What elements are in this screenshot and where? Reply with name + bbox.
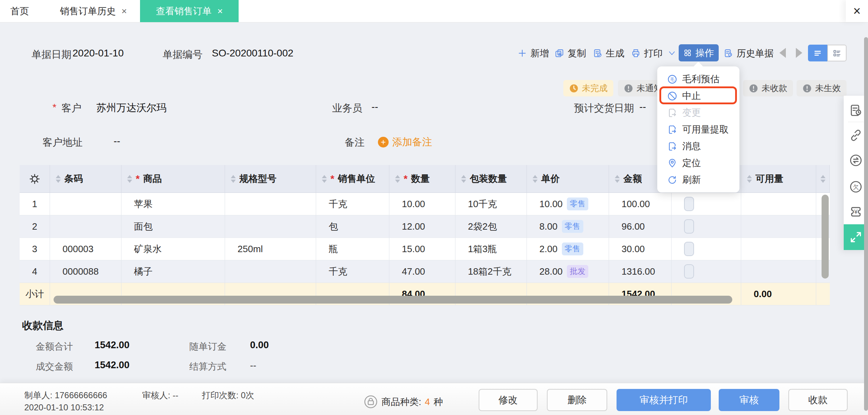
product-cell: 苹果 xyxy=(121,193,225,215)
debt-circle-icon: 欠 xyxy=(849,180,863,194)
customer-value[interactable]: 苏州万达沃尔玛 xyxy=(96,101,166,115)
doc-date-value: 2020-01-10 xyxy=(73,48,124,59)
sort-icon[interactable] xyxy=(395,175,400,183)
audit-button[interactable]: 审核 xyxy=(719,389,779,411)
sort-icon[interactable] xyxy=(127,175,132,183)
table-row[interactable]: 3 000003 矿泉水 250ml 瓶 15.00 1箱3瓶 2.00零售 3… xyxy=(20,238,830,260)
tab-sales-order-history[interactable]: 销售订单历史 × xyxy=(60,0,127,22)
transfer-button[interactable] xyxy=(849,154,863,167)
close-icon[interactable]: × xyxy=(846,0,868,22)
plus-icon xyxy=(518,49,527,58)
column-header-product[interactable]: *商品 xyxy=(121,165,225,193)
column-header-qty[interactable]: *数量 xyxy=(389,165,455,193)
horizontal-scrollbar[interactable] xyxy=(54,296,732,304)
exclamation-icon xyxy=(802,84,812,93)
divider xyxy=(848,122,864,122)
row-number: 4 xyxy=(20,260,50,283)
link-icon xyxy=(849,129,863,142)
tab-close-icon[interactable]: × xyxy=(217,6,223,16)
action-button[interactable]: 操作 xyxy=(679,44,719,61)
print-dropdown-button[interactable] xyxy=(668,45,676,61)
modify-button[interactable]: 修改 xyxy=(479,389,538,411)
add-button[interactable]: 新增 xyxy=(518,45,549,61)
prev-doc-icon[interactable] xyxy=(779,48,786,58)
menu-item-message[interactable]: 消息 xyxy=(657,138,739,155)
column-header-available[interactable]: 可用量 xyxy=(741,165,816,193)
generate-icon xyxy=(593,49,602,58)
table-vertical-scrollbar[interactable] xyxy=(822,195,829,279)
column-header-price[interactable]: 单价 xyxy=(527,165,609,193)
column-header-pack-qty[interactable]: 包装数量 xyxy=(455,165,527,193)
add-remark-button[interactable]: + 添加备注 xyxy=(378,135,432,149)
sort-icon[interactable] xyxy=(747,175,752,183)
required-asterisk: * xyxy=(330,173,334,185)
wholesale-tag[interactable]: 批发 xyxy=(567,265,588,278)
sort-icon[interactable] xyxy=(231,175,236,183)
product-cell: 面包 xyxy=(121,215,225,238)
sort-icon[interactable] xyxy=(820,175,825,183)
related-docs-button[interactable] xyxy=(849,129,863,142)
payment-section-title: 收款信息 xyxy=(22,319,64,333)
checkbox[interactable] xyxy=(684,264,694,279)
column-header-extra[interactable] xyxy=(816,165,830,193)
column-header-spec[interactable]: 规格型号 xyxy=(225,165,316,193)
table-row[interactable]: 1 苹果 千克 10.00 10千克 10.00零售 100.00 xyxy=(20,193,830,215)
column-settings-button[interactable] xyxy=(20,165,50,193)
table-row[interactable]: 2 面包 包 12.00 2袋2包 8.00零售 96.00 xyxy=(20,215,830,238)
sort-icon[interactable] xyxy=(322,175,327,183)
bag-icon xyxy=(364,395,378,409)
unit-cell: 千克 xyxy=(316,193,389,215)
tab-home[interactable]: 首页 xyxy=(10,0,29,22)
available-cell xyxy=(741,193,816,215)
menu-item-refresh[interactable]: 刷新 xyxy=(657,171,739,188)
customer-address-label: 客户地址 xyxy=(43,136,83,149)
retail-tag[interactable]: 零售 xyxy=(562,242,583,255)
spec-cell: 250ml xyxy=(225,238,316,260)
sort-icon[interactable] xyxy=(461,175,466,183)
checkbox[interactable] xyxy=(684,197,694,211)
gift-checkbox-cell xyxy=(672,193,741,215)
audit-and-print-button[interactable]: 审核并打印 xyxy=(617,389,711,411)
price-cell: 8.00零售 xyxy=(527,215,609,238)
next-doc-icon[interactable] xyxy=(796,48,802,58)
menu-item-available-extract[interactable]: 可用量提取 xyxy=(657,121,739,138)
money-ticket-button[interactable]: ¥ xyxy=(849,205,863,219)
customer-label: 客户 xyxy=(61,101,81,115)
column-header-unit[interactable]: *销售单位 xyxy=(316,165,389,193)
exclamation-icon xyxy=(624,84,633,93)
page-vertical-scrollbar[interactable] xyxy=(864,37,868,411)
debt-button[interactable]: 欠 xyxy=(849,180,863,194)
column-header-barcode[interactable]: 条码 xyxy=(50,165,121,193)
tab-view-sales-order[interactable]: 查看销售订单 × xyxy=(140,0,239,22)
checkbox[interactable] xyxy=(684,242,694,256)
profit-circle-icon: 毛 xyxy=(667,74,677,84)
delete-button[interactable]: 删除 xyxy=(547,389,607,411)
checkbox[interactable] xyxy=(684,219,694,234)
menu-item-locate[interactable]: 定位 xyxy=(657,155,739,171)
detail-view-toggle[interactable] xyxy=(808,45,827,61)
print-button[interactable]: 打印 xyxy=(631,45,663,61)
table-row[interactable]: 4 0000088 橘子 千克 47.00 18箱2千克 28.00批发 131… xyxy=(20,260,830,283)
copy-button[interactable]: 复制 xyxy=(555,45,586,61)
tab-close-icon[interactable]: × xyxy=(121,6,127,16)
history-doc-button[interactable]: 历史单据 xyxy=(724,45,774,61)
list-view-toggle[interactable] xyxy=(827,45,847,61)
doc-log-button[interactable] xyxy=(849,104,863,117)
receive-payment-button[interactable]: 收款 xyxy=(788,389,848,411)
menu-caret xyxy=(693,62,703,72)
generate-button[interactable]: 生成 xyxy=(593,45,624,61)
sort-icon[interactable] xyxy=(533,175,538,183)
salesman-label: 业务员 xyxy=(332,101,362,115)
doc-arrow-icon xyxy=(667,125,677,135)
retail-tag[interactable]: 零售 xyxy=(562,220,583,233)
pack-qty-cell: 2袋2包 xyxy=(455,215,527,238)
sort-icon[interactable] xyxy=(615,175,620,183)
settlement-label: 结算方式 xyxy=(189,360,226,373)
menu-item-halt[interactable]: 中止 xyxy=(657,88,739,104)
sort-icon[interactable] xyxy=(56,175,61,183)
menu-item-profit-estimate[interactable]: 毛 毛利预估 xyxy=(657,71,739,88)
retail-tag[interactable]: 零售 xyxy=(567,198,588,210)
unit-cell: 千克 xyxy=(316,260,389,283)
refresh-icon xyxy=(667,175,677,185)
remark-label: 备注 xyxy=(345,136,365,149)
